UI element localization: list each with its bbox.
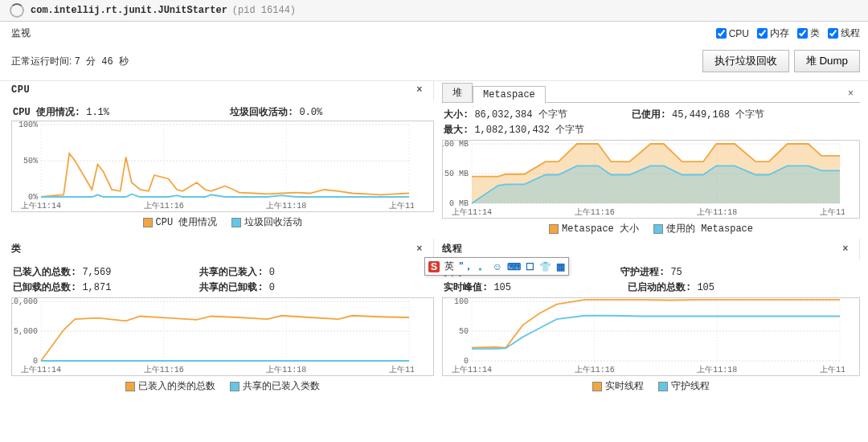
thr-started-value: 105 xyxy=(697,282,714,293)
thr-peak-value: 105 xyxy=(493,282,511,293)
svg-text:上午11:14: 上午11:14 xyxy=(21,365,61,374)
cpu-gc-value: 0.0% xyxy=(299,107,322,118)
heap-used-value: 45,449,168 个字节 xyxy=(672,109,764,121)
ime-logo-icon: S xyxy=(428,261,440,272)
svg-text:上午11:20: 上午11:20 xyxy=(820,365,845,374)
heap-max-label: 最大: xyxy=(444,125,469,136)
close-icon[interactable]: × xyxy=(412,84,433,96)
svg-text:10,000: 10,000 xyxy=(12,298,38,306)
thr-daemon-value: 75 xyxy=(670,267,682,278)
ime-toolbar[interactable]: S 英 "， 。 ☺ ⌨ ☐ 👕 ▦ xyxy=(424,257,569,276)
svg-text:上午11:18: 上午11:18 xyxy=(697,365,737,374)
runtime-value: 7 分 46 秒 xyxy=(75,56,129,68)
check-cpu-box[interactable] xyxy=(716,28,727,39)
heap-used-label: 已使用: xyxy=(632,109,666,121)
svg-text:上午11:20: 上午11:20 xyxy=(389,201,414,211)
close-icon[interactable]: × xyxy=(838,244,859,255)
cls-unload-label: 已卸载的总数: xyxy=(13,282,76,293)
cls-shared-label: 共享的已装入: xyxy=(199,267,263,278)
svg-text:上午11:18: 上午11:18 xyxy=(266,365,306,374)
legend-cls-blue: 共享的已装入类数 xyxy=(230,379,320,393)
spinner-icon xyxy=(10,3,24,18)
heap-size-label: 大小: xyxy=(444,109,469,121)
metaspace-chart: 0 MB50 MB100 MB上午11:14上午11:16上午11:18上午11… xyxy=(442,140,860,219)
ime-punct-icon[interactable]: "， xyxy=(459,260,473,273)
svg-text:0: 0 xyxy=(33,357,38,366)
classes-panel-title: 类 xyxy=(11,242,412,256)
legend-thr-blue: 守护线程 xyxy=(658,379,710,393)
monitor-label: 监视 xyxy=(11,27,31,40)
svg-text:上午11:14: 上午11:14 xyxy=(452,365,492,374)
legend-meta-blue: 使用的 Metaspace xyxy=(653,222,753,235)
svg-text:上午11:16: 上午11:16 xyxy=(144,201,184,211)
tab-metaspace[interactable]: Metaspace xyxy=(473,86,546,103)
page-title: com.intellij.rt.junit.JUnitStarter xyxy=(31,5,227,16)
thr-daemon-label: 守护进程: xyxy=(620,267,665,278)
svg-text:上午11:16: 上午11:16 xyxy=(575,365,615,374)
close-icon[interactable]: × xyxy=(412,244,433,255)
check-cpu[interactable]: CPU xyxy=(716,27,749,40)
cls-shared-value: 0 xyxy=(269,267,275,278)
svg-text:50 MB: 50 MB xyxy=(444,170,469,178)
heap-dump-button[interactable]: 堆 Dump xyxy=(794,50,860,72)
threads-panel-title: 线程 xyxy=(442,242,838,256)
svg-text:100: 100 xyxy=(454,298,469,306)
gc-button[interactable]: 执行垃圾回收 xyxy=(702,50,789,72)
cpu-panel-title: CPU xyxy=(11,84,412,96)
legend-thr-orange: 实时线程 xyxy=(592,379,644,393)
ime-dot-icon[interactable]: 。 xyxy=(478,260,488,273)
legend-cpu-blue: 垃圾回收活动 xyxy=(231,215,302,229)
check-threads[interactable]: 线程 xyxy=(828,27,860,40)
check-threads-box[interactable] xyxy=(828,28,838,39)
cls-unload-value: 1,871 xyxy=(82,282,111,293)
check-classes-box[interactable] xyxy=(797,28,808,39)
cpu-gc-label: 垃圾回收活动: xyxy=(230,107,293,118)
heap-size-value: 86,032,384 个字节 xyxy=(474,109,567,121)
svg-text:上午11:14: 上午11:14 xyxy=(452,207,492,217)
thr-peak-label: 实时峰值: xyxy=(444,282,488,293)
runtime-label: 正常运行时间: xyxy=(11,55,72,67)
threads-chart: 050100上午11:14上午11:16上午11:18上午11:20 xyxy=(442,297,860,376)
cls-total-value: 7,569 xyxy=(82,267,111,278)
svg-text:0%: 0% xyxy=(28,193,38,202)
svg-text:上午11:20: 上午11:20 xyxy=(389,365,414,374)
heap-max-value: 1,082,130,432 个字节 xyxy=(474,125,584,136)
ime-keyboard-icon[interactable]: ⌨ xyxy=(507,261,521,272)
check-mem[interactable]: 内存 xyxy=(757,27,789,40)
cpu-chart: 0%50%100%上午11:14上午11:16上午11:18上午11:20 xyxy=(11,121,434,212)
cpu-usage-value: 1.1% xyxy=(86,107,109,118)
ime-grid-icon[interactable]: ▦ xyxy=(556,261,565,272)
svg-text:上午11:18: 上午11:18 xyxy=(266,201,306,211)
svg-text:上午11:14: 上午11:14 xyxy=(21,201,61,211)
svg-text:上午11:16: 上午11:16 xyxy=(575,207,615,217)
ime-skin-icon[interactable]: 👕 xyxy=(539,261,551,272)
svg-text:上午11:16: 上午11:16 xyxy=(144,365,184,374)
svg-text:0 MB: 0 MB xyxy=(449,199,469,208)
svg-text:50: 50 xyxy=(459,327,469,336)
thr-started-label: 已启动的总数: xyxy=(628,282,691,293)
pid-label: (pid 16144) xyxy=(232,5,296,16)
cls-sharedun-label: 共享的已卸载: xyxy=(199,282,263,293)
legend-cls-orange: 已装入的类的总数 xyxy=(125,379,215,393)
svg-text:5,000: 5,000 xyxy=(14,327,38,336)
svg-text:上午11:18: 上午11:18 xyxy=(697,207,737,217)
check-mem-box[interactable] xyxy=(757,28,768,39)
ime-smile-icon[interactable]: ☺ xyxy=(493,261,502,272)
svg-text:100%: 100% xyxy=(18,121,38,129)
svg-text:上午11:20: 上午11:20 xyxy=(820,207,845,217)
svg-text:50%: 50% xyxy=(23,157,38,166)
cls-total-label: 已装入的总数: xyxy=(13,267,76,278)
ime-lang[interactable]: 英 xyxy=(444,260,454,273)
svg-text:0: 0 xyxy=(464,357,469,366)
tab-heap[interactable]: 堆 xyxy=(442,83,473,102)
cpu-usage-label: CPU 使用情况: xyxy=(13,107,80,118)
close-icon[interactable]: × xyxy=(848,88,860,102)
cls-sharedun-value: 0 xyxy=(269,282,275,293)
ime-bubble-icon[interactable]: ☐ xyxy=(526,261,534,272)
check-classes[interactable]: 类 xyxy=(797,27,820,40)
classes-chart: 05,00010,000上午11:14上午11:16上午11:18上午11:20 xyxy=(11,297,434,376)
svg-text:100 MB: 100 MB xyxy=(443,141,469,149)
legend-meta-orange: Metaspace 大小 xyxy=(549,222,639,235)
legend-cpu-orange: CPU 使用情况 xyxy=(143,215,218,229)
